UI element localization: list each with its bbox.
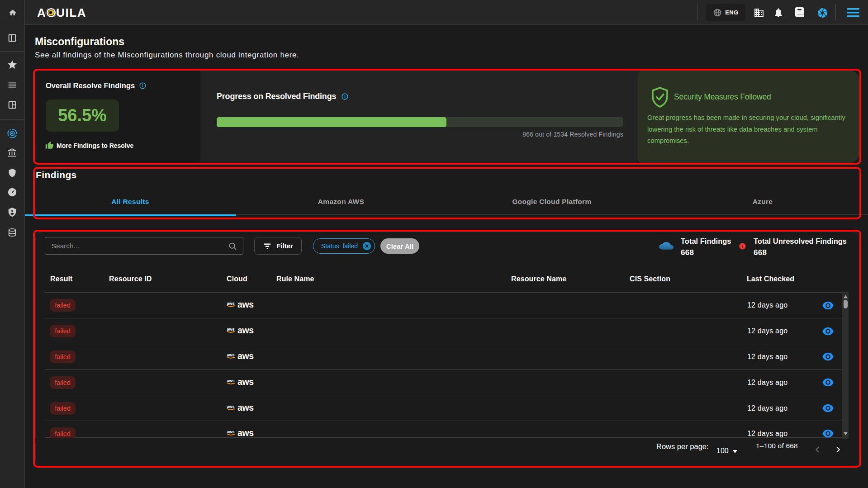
svg-text:aws: aws	[227, 301, 235, 306]
svg-text:aws: aws	[227, 430, 235, 434]
svg-text:aws: aws	[227, 353, 235, 357]
svg-text:aws: aws	[227, 404, 235, 409]
svg-text:aws: aws	[227, 379, 235, 383]
svg-text:aws: aws	[227, 327, 235, 332]
